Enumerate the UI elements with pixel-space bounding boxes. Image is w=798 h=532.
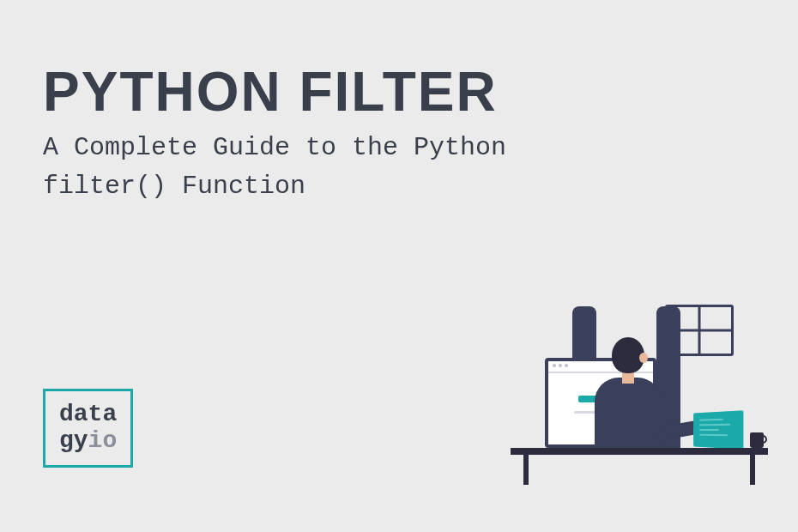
laptop-icon xyxy=(693,410,743,450)
desk-leg-left xyxy=(523,455,529,485)
logo-line-1: data xyxy=(59,402,117,428)
brand-logo: data gyio xyxy=(43,389,133,468)
page-title: PYTHON FILTER xyxy=(43,60,498,124)
person-body xyxy=(595,378,662,448)
logo-io: io xyxy=(88,427,118,454)
logo-gy: gy xyxy=(59,427,88,454)
desk xyxy=(511,448,768,455)
page-subtitle: A Complete Guide to the Python filter() … xyxy=(43,129,644,206)
mug-handle xyxy=(760,435,767,444)
desk-leg-right xyxy=(750,455,755,485)
person-ear xyxy=(639,353,648,363)
logo-line-2: gyio xyxy=(59,428,117,455)
developer-illustration xyxy=(511,279,768,485)
